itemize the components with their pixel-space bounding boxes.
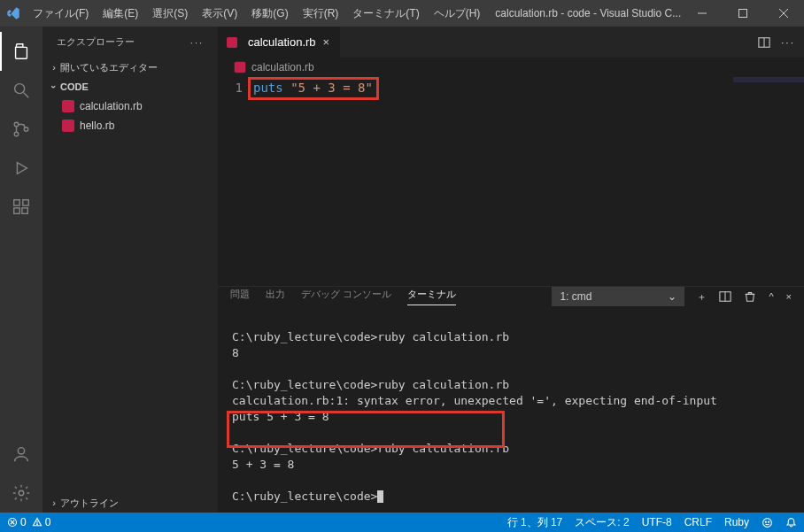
panel-tab-debug-console[interactable]: デバッグ コンソール [301, 288, 391, 305]
line-number: 1 [218, 81, 243, 95]
breadcrumbs[interactable]: calculation.rb [218, 58, 804, 77]
activity-run-debug-icon[interactable] [0, 149, 43, 188]
chevron-right-icon: › [48, 62, 60, 73]
svg-point-4 [15, 84, 25, 94]
svg-point-6 [14, 122, 19, 127]
terminal[interactable]: C:\ruby_lecture\code>ruby calculation.rb… [218, 306, 804, 532]
split-terminal-icon[interactable] [719, 290, 731, 303]
kill-terminal-icon[interactable] [744, 290, 756, 303]
outline-label: アウトライン [60, 497, 119, 510]
file-name: calculation.rb [80, 100, 143, 112]
menu-bar: ファイル(F) 編集(E) 選択(S) 表示(V) 移動(G) 実行(R) ター… [27, 1, 486, 27]
menu-view[interactable]: 表示(V) [196, 1, 244, 27]
status-errors[interactable]: 0 [7, 516, 27, 528]
activity-accounts-icon[interactable] [0, 435, 43, 474]
more-actions-icon[interactable]: ··· [781, 36, 795, 49]
open-editors-label: 開いているエディター [60, 61, 158, 74]
tab-close-icon[interactable]: × [321, 35, 332, 49]
ruby-file-icon [62, 100, 74, 112]
terminal-line: 8 [232, 346, 239, 359]
status-warnings[interactable]: 0 [32, 516, 51, 528]
code-content[interactable]: puts "5 + 3 = 8" [253, 77, 373, 286]
status-warnings-count: 0 [45, 516, 51, 528]
window-title: calculation.rb - code - Visual Studio C.… [486, 7, 682, 19]
panel-tab-terminal[interactable]: ターミナル [407, 288, 456, 305]
ruby-file-icon [62, 120, 74, 132]
status-errors-count: 0 [20, 516, 27, 528]
chevron-right-icon: › [48, 497, 60, 508]
open-editors-header[interactable]: › 開いているエディター [43, 58, 218, 77]
svg-point-8 [24, 127, 28, 132]
panel: 問題 出力 デバッグ コンソール ターミナル 1: cmd ⌄ ＋ ^ × C:… [218, 286, 804, 513]
chevron-down-icon: ⌄ [668, 290, 676, 303]
code-editor[interactable]: 1 puts "5 + 3 = 8" [218, 77, 804, 286]
svg-rect-13 [23, 200, 28, 205]
sidebar-title: エクスプローラー [57, 35, 135, 49]
activity-extensions-icon[interactable] [0, 188, 43, 227]
window-close-button[interactable] [763, 0, 804, 27]
close-panel-icon[interactable]: × [786, 291, 792, 302]
window-controls [682, 0, 804, 27]
svg-rect-12 [22, 208, 27, 213]
ruby-file-icon [235, 62, 246, 73]
terminal-line: 5 + 3 = 8 [232, 458, 294, 471]
outline-header[interactable]: › アウトライン [43, 493, 218, 513]
maximize-panel-icon[interactable]: ^ [769, 291, 773, 302]
highlight-annotation [227, 411, 505, 448]
chevron-down-icon: › [49, 81, 59, 93]
terminal-selector-label: 1: cmd [560, 290, 591, 303]
terminal-selector[interactable]: 1: cmd ⌄ [552, 287, 684, 306]
tab-label: calculation.rb [248, 35, 316, 49]
window-maximize-button[interactable] [723, 0, 763, 27]
activity-settings-icon[interactable] [0, 474, 43, 513]
svg-marker-9 [17, 163, 27, 174]
menu-help[interactable]: ヘルプ(H) [428, 1, 487, 27]
activity-bar [0, 27, 43, 513]
explorer-sidebar: エクスプローラー ··· › 開いているエディター › CODE calcula… [43, 27, 218, 513]
svg-rect-10 [14, 200, 19, 205]
menu-file[interactable]: ファイル(F) [27, 1, 95, 27]
terminal-line: C:\ruby_lecture\code>ruby calculation.rb [232, 378, 509, 391]
token-keyword: puts [253, 81, 283, 95]
svg-line-5 [24, 93, 29, 98]
terminal-line: C:\ruby_lecture\code> [232, 490, 377, 503]
folder-root-header[interactable]: › CODE [43, 77, 218, 96]
svg-point-14 [18, 448, 24, 454]
code-line-1[interactable]: puts "5 + 3 = 8" [253, 81, 373, 95]
terminal-line: calculation.rb:1: syntax error, unexpect… [232, 394, 717, 407]
file-item-hello[interactable]: hello.rb [43, 116, 218, 135]
editor-tabs: calculation.rb × ··· [218, 27, 804, 58]
menu-run[interactable]: 実行(R) [297, 1, 345, 27]
new-terminal-icon[interactable]: ＋ [697, 290, 707, 304]
split-editor-icon[interactable] [758, 36, 770, 49]
panel-tab-output[interactable]: 出力 [266, 288, 285, 305]
window-minimize-button[interactable] [682, 0, 723, 27]
menu-selection[interactable]: 選択(S) [146, 1, 194, 27]
sidebar-header: エクスプローラー ··· [43, 27, 218, 58]
menu-go[interactable]: 移動(G) [245, 1, 294, 27]
svg-point-7 [14, 132, 19, 136]
terminal-cursor [377, 490, 383, 503]
panel-tab-problems[interactable]: 問題 [230, 288, 250, 305]
minimap[interactable] [733, 77, 804, 82]
menu-edit[interactable]: 編集(E) [97, 1, 144, 27]
file-item-calculation[interactable]: calculation.rb [43, 96, 218, 116]
token-string: "5 + 3 = 8" [290, 81, 373, 95]
file-name: hello.rb [80, 120, 114, 132]
activity-explorer-icon[interactable] [0, 32, 43, 71]
svg-rect-11 [14, 208, 19, 213]
workbench: エクスプローラー ··· › 開いているエディター › CODE calcula… [0, 27, 804, 513]
editor-tab-calculation[interactable]: calculation.rb × [218, 27, 341, 58]
svg-point-24 [36, 524, 37, 525]
activity-source-control-icon[interactable] [0, 110, 43, 149]
line-gutter: 1 [218, 77, 253, 286]
terminal-line: C:\ruby_lecture\code>ruby calculation.rb [232, 330, 509, 343]
ruby-file-icon [227, 37, 237, 48]
token-space [283, 81, 290, 95]
activity-search-icon[interactable] [0, 71, 43, 110]
title-bar: ファイル(F) 編集(E) 選択(S) 表示(V) 移動(G) 実行(R) ター… [0, 0, 804, 27]
panel-tabs: 問題 出力 デバッグ コンソール ターミナル 1: cmd ⌄ ＋ ^ × [218, 287, 804, 306]
menu-terminal[interactable]: ターミナル(T) [346, 1, 425, 27]
sidebar-more-icon[interactable]: ··· [190, 37, 204, 48]
svg-point-15 [19, 490, 24, 496]
